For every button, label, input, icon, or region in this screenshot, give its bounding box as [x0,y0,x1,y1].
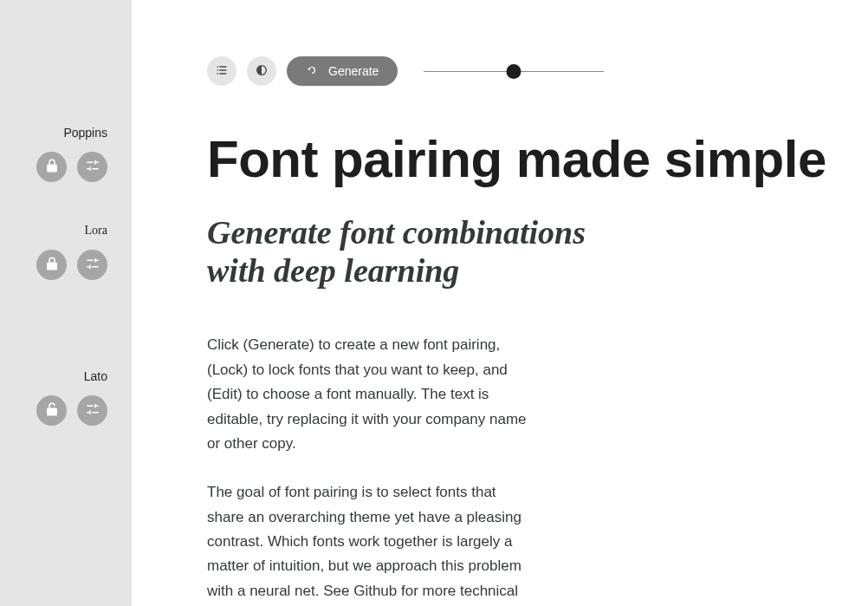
body-paragraph-2[interactable]: The goal of font pairing is to select fo… [207,480,532,606]
main-content: Generate Font pairing made simple Genera… [132,0,868,606]
sliders-icon [85,158,100,176]
list-icon [215,63,229,80]
contrast-icon [255,63,269,80]
slider-handle[interactable] [507,64,521,79]
font-slot-subheading-buttons [36,250,107,280]
sliders-icon [85,401,100,420]
lock-icon [44,256,60,274]
sliders-icon [85,256,100,274]
list-view-button[interactable] [207,56,236,86]
font-slot-subheading: Lora [0,224,132,280]
refresh-icon [306,64,318,79]
font-slot-heading-buttons [36,152,107,182]
font-slot-body: Lato [0,369,132,426]
font-name-subheading: Lora [85,224,107,238]
unlock-icon [44,401,60,420]
contrast-button[interactable] [247,56,276,86]
font-name-body: Lato [84,369,107,383]
lock-icon [44,158,60,176]
body-paragraph-1[interactable]: Click (Generate) to create a new font pa… [207,333,532,456]
toolbar: Generate [207,56,868,86]
size-slider[interactable] [424,56,604,86]
font-name-heading: Poppins [63,126,107,140]
subheading-text[interactable]: Generate font combinations with deep lea… [207,214,614,290]
sidebar: Poppins Lora [0,0,132,606]
lock-button-subheading[interactable] [36,250,67,280]
generate-button[interactable]: Generate [287,56,398,86]
edit-button-heading[interactable] [77,152,107,182]
body-text: Click (Generate) to create a new font pa… [207,333,532,606]
lock-button-heading[interactable] [36,152,67,182]
lock-button-body[interactable] [36,395,67,426]
generate-button-label: Generate [328,64,379,78]
edit-button-body[interactable] [77,395,107,426]
font-slot-heading: Poppins [0,126,132,182]
heading-text[interactable]: Font pairing made simple [207,131,868,188]
font-slot-body-buttons [36,395,107,426]
edit-button-subheading[interactable] [77,250,107,280]
